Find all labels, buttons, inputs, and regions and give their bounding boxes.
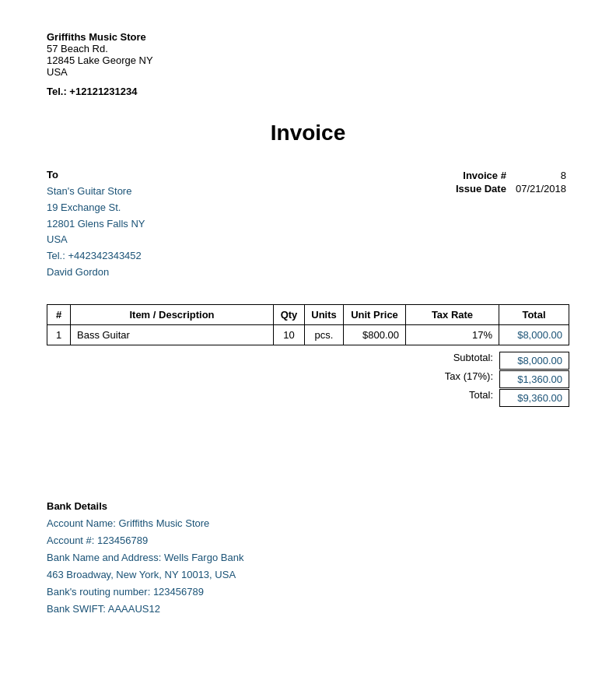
bank-title: Bank Details xyxy=(47,500,569,512)
invoice-meta: Invoice # 8 Issue Date 07/21/2018 xyxy=(453,169,569,281)
total-label: Total: xyxy=(406,389,499,407)
sender-address1: 57 Beach Rd. xyxy=(47,43,569,54)
col-header-total: Total xyxy=(499,304,569,324)
subtotal-label: Subtotal: xyxy=(406,352,499,370)
client-contact: David Gordon xyxy=(47,265,453,281)
client-phone: Tel.: +442342343452 xyxy=(47,248,453,265)
issue-date-value: 07/21/2018 xyxy=(509,182,569,195)
tax-value: $1,360.00 xyxy=(499,370,569,388)
sender-address2: 12845 Lake George NY xyxy=(47,54,569,66)
total-value: $9,360.00 xyxy=(499,389,569,407)
col-header-description: Item / Description xyxy=(71,304,274,324)
issue-date-label: Issue Date xyxy=(453,182,509,195)
invoice-num-value: 8 xyxy=(509,169,569,182)
meta-table: Invoice # 8 Issue Date 07/21/2018 xyxy=(453,169,569,195)
row-units: pcs. xyxy=(305,324,344,345)
row-description: Bass Guitar xyxy=(71,324,274,345)
row-tax-rate: 17% xyxy=(406,324,499,345)
items-table: # Item / Description Qty Units Unit Pric… xyxy=(47,304,569,345)
col-header-units: Units xyxy=(305,304,344,324)
sender-phone: Tel.: +12121231234 xyxy=(47,86,569,97)
col-header-qty: Qty xyxy=(274,304,305,324)
row-qty: 10 xyxy=(274,324,305,345)
client-address2: 12801 Glens Falls NY xyxy=(47,216,453,233)
client-address1: 19 Exchange St. xyxy=(47,200,453,216)
bank-routing: Bank's routing number: 123456789 xyxy=(47,584,569,601)
client-name: Stan's Guitar Store xyxy=(47,184,453,200)
col-header-hash: # xyxy=(47,304,71,324)
row-num: 1 xyxy=(47,324,71,345)
billing-section: To Stan's Guitar Store 19 Exchange St. 1… xyxy=(47,169,569,281)
bank-account-name: Account Name: Griffiths Music Store xyxy=(47,515,569,532)
sender-address3: USA xyxy=(47,66,569,78)
tax-label: Tax (17%): xyxy=(406,370,499,388)
table-row: 1 Bass Guitar 10 pcs. $800.00 17% $8,000… xyxy=(47,324,569,345)
col-header-unit-price: Unit Price xyxy=(344,304,406,324)
sender-info: Griffiths Music Store 57 Beach Rd. 12845… xyxy=(47,31,569,97)
bank-swift: Bank SWIFT: AAAAUS12 xyxy=(47,601,569,618)
col-header-tax-rate: Tax Rate xyxy=(406,304,499,324)
bank-address: 463 Broadway, New York, NY 10013, USA xyxy=(47,566,569,584)
bank-account-num: Account #: 123456789 xyxy=(47,532,569,549)
total-row: Total: $9,360.00 xyxy=(47,389,569,407)
row-total: $8,000.00 xyxy=(499,324,569,345)
row-unit-price: $800.00 xyxy=(344,324,406,345)
to-label: To xyxy=(47,169,453,181)
totals-section: Subtotal: $8,000.00 Tax (17%): $1,360.00… xyxy=(47,352,569,407)
invoice-title: Invoice xyxy=(47,121,569,145)
client-address3: USA xyxy=(47,232,453,248)
bank-details: Bank Details Account Name: Griffiths Mus… xyxy=(47,500,569,619)
client-info: Stan's Guitar Store 19 Exchange St. 1280… xyxy=(47,184,453,281)
subtotal-row: Subtotal: $8,000.00 xyxy=(47,352,569,370)
sender-company: Griffiths Music Store xyxy=(47,31,569,43)
invoice-num-label: Invoice # xyxy=(453,169,509,182)
subtotal-value: $8,000.00 xyxy=(499,352,569,370)
to-section: To Stan's Guitar Store 19 Exchange St. 1… xyxy=(47,169,453,281)
bank-name: Bank Name and Address: Wells Fargo Bank xyxy=(47,549,569,566)
tax-row: Tax (17%): $1,360.00 xyxy=(47,370,569,388)
invoice-page: Griffiths Music Store 57 Beach Rd. 12845… xyxy=(0,0,616,673)
